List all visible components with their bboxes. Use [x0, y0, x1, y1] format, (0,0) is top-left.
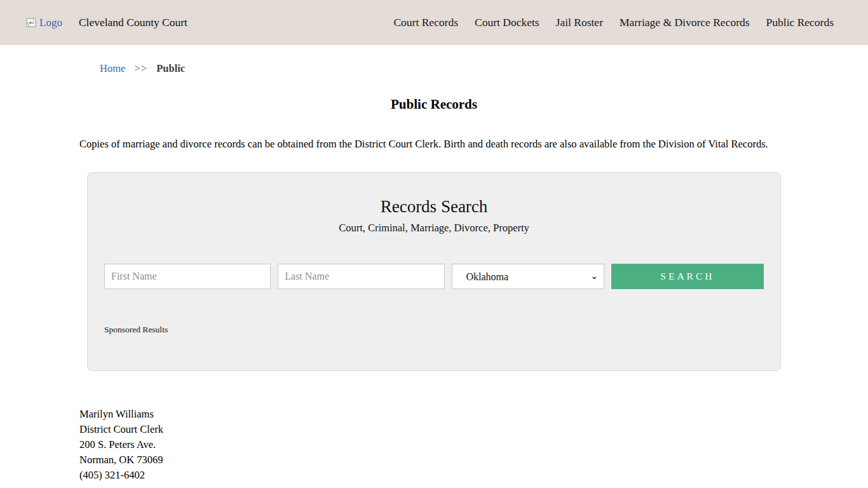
contact-city-state-zip: Norman, OK 73069 [79, 452, 789, 468]
records-search-panel: Records Search Court, Criminal, Marriage… [87, 172, 781, 371]
sponsored-results-label: Sponsored Results [104, 325, 764, 335]
nav-court-dockets[interactable]: Court Dockets [475, 16, 539, 29]
page-title: Public Records [79, 97, 789, 112]
contact-name: Marilyn Williams [79, 407, 789, 422]
logo-alt-text: Logo [39, 17, 62, 29]
broken-image-icon [25, 18, 37, 28]
contact-street: 200 S. Peters Ave. [79, 437, 789, 452]
site-title: Cleveland County Court [79, 16, 187, 29]
nav-court-records[interactable]: Court Records [393, 16, 458, 29]
search-form: Oklahoma ⌄ SEARCH [104, 264, 764, 289]
search-panel-title: Records Search [104, 197, 764, 217]
state-select-wrap: Oklahoma ⌄ [452, 264, 604, 289]
main-nav: Court Records Court Dockets Jail Roster … [393, 16, 834, 29]
search-panel-subtitle: Court, Criminal, Marriage, Divorce, Prop… [104, 222, 764, 234]
logo-link[interactable]: Logo [25, 17, 62, 29]
contact-block: Marilyn Williams District Court Clerk 20… [79, 407, 789, 483]
site-header: Logo Cleveland County Court Court Record… [0, 0, 868, 45]
breadcrumb-current: Public [156, 62, 185, 74]
contact-phone: (405) 321-6402 [79, 468, 789, 483]
search-button[interactable]: SEARCH [611, 264, 764, 289]
breadcrumb-separator: >> [134, 62, 147, 74]
state-select[interactable]: Oklahoma [452, 264, 604, 289]
breadcrumb-home-link[interactable]: Home [100, 62, 125, 74]
nav-public-records[interactable]: Public Records [766, 16, 834, 29]
intro-paragraph: Copies of marriage and divorce records c… [79, 137, 789, 152]
nav-marriage-divorce-records[interactable]: Marriage & Divorce Records [620, 16, 750, 29]
nav-jail-roster[interactable]: Jail Roster [556, 16, 603, 29]
contact-role: District Court Clerk [79, 422, 789, 437]
last-name-input[interactable] [278, 264, 444, 289]
first-name-input[interactable] [104, 264, 271, 289]
breadcrumb: Home >> Public [79, 45, 789, 75]
